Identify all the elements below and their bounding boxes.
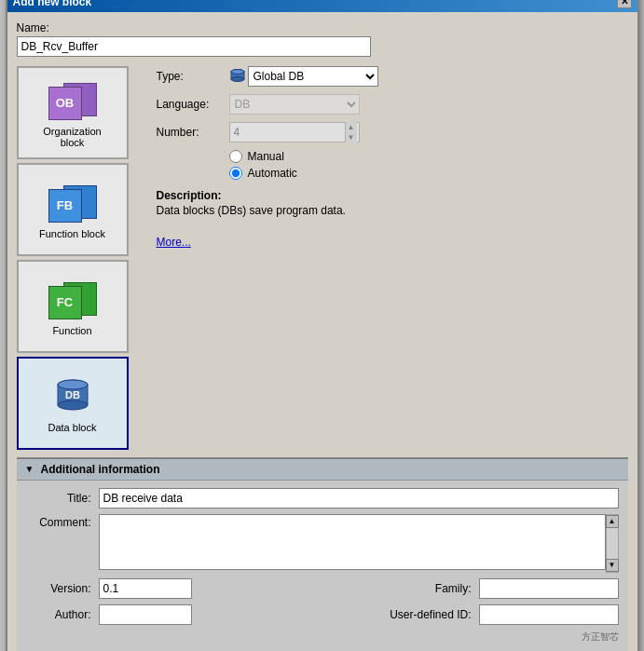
scroll-up-btn[interactable]: ▲ — [606, 515, 619, 528]
db-icon-container: DB — [47, 373, 99, 418]
userid-input[interactable] — [479, 604, 619, 625]
family-input[interactable] — [479, 578, 619, 599]
manual-radio[interactable] — [229, 150, 242, 163]
spin-up[interactable]: ▲ — [346, 122, 357, 132]
watermark-row: 方正智芯 — [26, 631, 619, 644]
fb-label: Function block — [39, 228, 105, 239]
manual-label: Manual — [248, 150, 284, 163]
fb-icon: FB — [47, 180, 99, 224]
fc-label: Function — [52, 325, 91, 336]
ob-block-item[interactable]: OB Organizationblock — [17, 66, 129, 159]
version-label: Version: — [26, 582, 91, 595]
db-block-item[interactable]: DB Data block — [17, 357, 129, 450]
settings-panel: Type: Global DB Instance DB — [147, 66, 628, 450]
type-select[interactable]: Global DB Instance DB — [248, 66, 378, 87]
block-list: OB Organizationblock FB Function block — [17, 66, 138, 450]
title-bar: Add new block ✕ — [7, 0, 637, 12]
scroll-down-btn[interactable]: ▼ — [606, 559, 619, 572]
name-label: Name: — [17, 21, 628, 34]
additional-title: Additional information — [41, 463, 160, 476]
dialog-title: Add new block — [13, 0, 92, 8]
type-label: Type: — [157, 70, 222, 83]
automatic-radio-row: Automatic — [229, 167, 619, 180]
db-type-icon — [229, 68, 246, 85]
watermark-text: 方正智芯 — [582, 631, 619, 644]
ob-icon: OB — [47, 77, 99, 122]
author-userid-row: Author: User-defined ID: — [26, 604, 619, 625]
title-row: Title: — [26, 488, 619, 509]
svg-text:DB: DB — [65, 389, 80, 400]
svg-point-7 — [231, 76, 244, 81]
spin-down[interactable]: ▼ — [346, 132, 357, 142]
spin-arrows: ▲ ▼ — [345, 122, 357, 142]
fc-block-item[interactable]: FC Function — [17, 260, 129, 353]
db-label: Data block — [48, 422, 97, 433]
comment-wrapper: ▲ ▼ — [99, 514, 619, 573]
ob-label: Organizationblock — [43, 126, 101, 148]
title-field-label: Title: — [26, 492, 91, 505]
additional-header[interactable]: ▼ Additional information — [17, 459, 628, 481]
language-select: DB — [229, 94, 360, 115]
type-row: Type: Global DB Instance DB — [157, 66, 619, 87]
author-label: Author: — [26, 608, 91, 621]
description-label: Description: — [157, 189, 619, 202]
radio-group: Manual Automatic — [229, 150, 619, 180]
version-input[interactable] — [99, 578, 192, 599]
fc-icon: FC — [47, 277, 99, 321]
language-label: Language: — [157, 98, 222, 111]
dialog-body: Name: OB Organizationblock — [7, 12, 637, 652]
description-section: Description: Data blocks (DBs) save prog… — [157, 189, 619, 217]
db-svg-icon: DB — [48, 375, 97, 416]
add-new-block-dialog: Add new block ✕ Name: OB Organi — [6, 0, 639, 651]
manual-radio-row: Manual — [229, 150, 619, 163]
language-row: Language: DB — [157, 94, 619, 115]
additional-content: Title: Comment: ▲ ▼ Versio — [17, 481, 628, 651]
author-input[interactable] — [99, 604, 192, 625]
number-label: Number: — [157, 126, 222, 139]
automatic-label: Automatic — [248, 167, 297, 180]
number-value: 4 — [232, 124, 242, 141]
number-row: Number: 4 ▲ ▼ — [157, 122, 619, 142]
close-button[interactable]: ✕ — [617, 0, 632, 8]
more-link[interactable]: More... — [157, 236, 619, 249]
title-input[interactable] — [99, 488, 619, 509]
name-section: Name: — [17, 21, 628, 57]
name-input[interactable] — [17, 36, 371, 57]
automatic-radio[interactable] — [229, 167, 242, 180]
family-label: Family: — [425, 582, 472, 595]
version-family-row: Version: Family: — [26, 578, 619, 599]
main-area: OB Organizationblock FB Function block — [17, 66, 628, 450]
comment-field-label: Comment: — [26, 514, 91, 529]
collapse-icon: ▼ — [24, 464, 35, 475]
additional-info-section: ▼ Additional information Title: Comment:… — [17, 457, 628, 651]
number-spinbox: 4 ▲ ▼ — [229, 122, 360, 142]
svg-point-2 — [58, 400, 88, 410]
comment-row: Comment: ▲ ▼ — [26, 514, 619, 573]
comment-textarea[interactable] — [99, 514, 606, 570]
description-text: Data blocks (DBs) save program data. — [157, 204, 619, 217]
comment-scrollbar: ▲ ▼ — [606, 514, 619, 573]
fb-block-item[interactable]: FB Function block — [17, 163, 129, 256]
svg-point-3 — [58, 380, 88, 389]
svg-point-8 — [231, 69, 244, 74]
userid-label: User-defined ID: — [388, 608, 472, 621]
